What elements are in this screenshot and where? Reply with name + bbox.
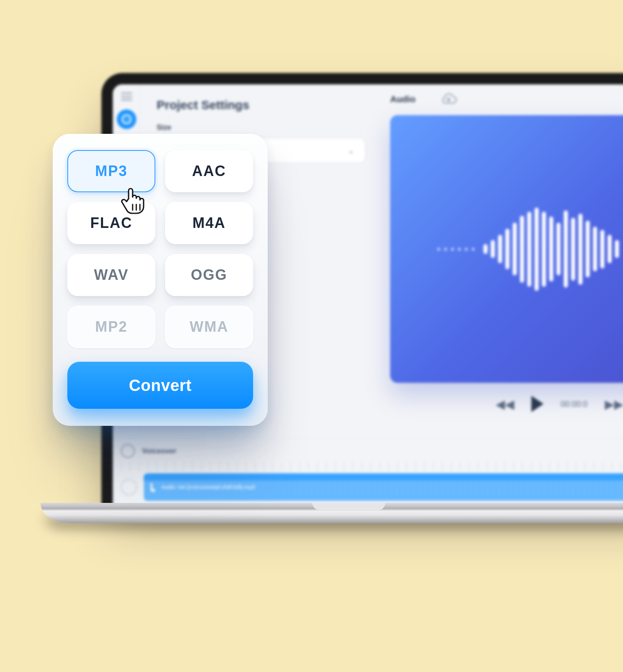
format-grid: MP3 AAC FLAC M4A WAV OGG MP2 WMA [67,150,253,348]
timeline: Voiceover Audio trxt (instrumental-chill… [113,438,623,507]
format-option-ogg[interactable]: OGG [165,254,253,296]
clip-name: Audio trxt (instrumental-chill-lofi).mp3 [161,484,255,490]
mic-icon[interactable] [121,444,135,458]
cloud-upload-icon[interactable] [440,93,458,105]
voiceover-label: Voiceover [142,447,176,455]
rewind-icon[interactable]: ◀◀ [496,397,514,411]
format-option-wav[interactable]: WAV [67,254,155,296]
audio-clip[interactable]: Audio trxt (instrumental-chill-lofi).mp3 [144,473,623,501]
size-label: Size [157,123,366,132]
format-option-mp3[interactable]: MP3 [67,150,155,192]
format-option-mp2[interactable]: MP2 [67,306,155,348]
audio-preview [390,115,623,383]
music-note-icon [151,483,157,491]
settings-icon[interactable] [117,109,136,129]
play-icon[interactable] [531,396,544,412]
format-card: MP3 AAC FLAC M4A WAV OGG MP2 WMA Convert [53,134,268,426]
format-option-m4a[interactable]: M4A [165,202,253,244]
format-option-aac[interactable]: AAC [165,150,253,192]
panel-title: Project Settings [157,98,366,112]
player-controls: ◀◀ 00:00:0 ▶▶ [390,383,623,412]
format-option-flac[interactable]: FLAC [67,202,155,244]
track-settings-icon[interactable] [121,479,137,495]
convert-button[interactable]: Convert [67,362,253,409]
time-display: 00:00:0 [561,399,588,409]
time-ruler[interactable] [121,462,623,471]
format-option-wma[interactable]: WMA [165,306,253,348]
tab-audio[interactable]: Audio [390,94,415,105]
menu-icon[interactable] [121,92,132,101]
laptop-base [41,503,623,523]
waveform-icon [437,208,619,291]
chevron-down-icon: ⌄ [348,146,354,155]
forward-icon[interactable]: ▶▶ [605,397,623,411]
